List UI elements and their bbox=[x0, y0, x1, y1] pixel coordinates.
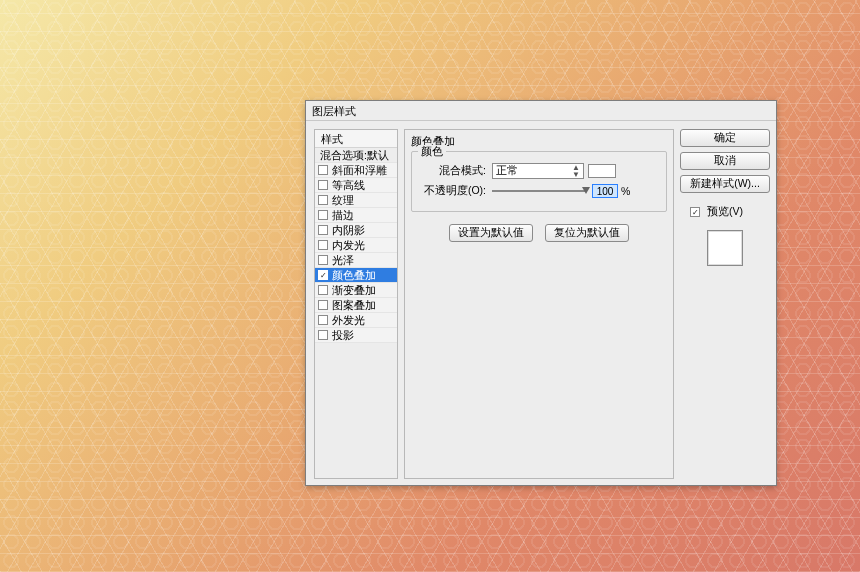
preview-checkbox[interactable] bbox=[690, 207, 700, 217]
preview-label: 预览(V) bbox=[707, 205, 743, 219]
styles-header[interactable]: 样式 bbox=[315, 130, 397, 148]
style-label: 颜色叠加 bbox=[332, 268, 376, 283]
style-label: 内发光 bbox=[332, 238, 365, 253]
style-label: 纹理 bbox=[332, 193, 354, 208]
style-checkbox[interactable] bbox=[318, 165, 328, 175]
opacity-slider[interactable] bbox=[492, 190, 587, 192]
style-checkbox[interactable] bbox=[318, 300, 328, 310]
blend-mode-value: 正常 bbox=[496, 164, 518, 178]
blending-options-row[interactable]: 混合选项:默认 bbox=[315, 148, 397, 163]
blend-mode-select[interactable]: 正常 ▲▼ bbox=[492, 163, 584, 179]
effect-title: 颜色叠加 bbox=[411, 134, 667, 149]
blend-mode-label: 混合模式: bbox=[418, 164, 486, 178]
style-row[interactable]: 内阴影 bbox=[315, 223, 397, 238]
opacity-slider-thumb[interactable] bbox=[582, 187, 590, 194]
blend-mode-row: 混合模式: 正常 ▲▼ bbox=[418, 163, 660, 179]
ok-button[interactable]: 确定 bbox=[680, 129, 770, 147]
dialog-body: 样式 混合选项:默认 斜面和浮雕等高线纹理描边内阴影内发光光泽颜色叠加渐变叠加图… bbox=[312, 121, 770, 479]
style-row[interactable]: 等高线 bbox=[315, 178, 397, 193]
opacity-unit: % bbox=[621, 185, 630, 197]
style-checkbox[interactable] bbox=[318, 225, 328, 235]
style-row[interactable]: 描边 bbox=[315, 208, 397, 223]
style-checkbox[interactable] bbox=[318, 270, 328, 280]
layer-style-dialog: 图层样式 样式 混合选项:默认 斜面和浮雕等高线纹理描边内阴影内发光光泽颜色叠加… bbox=[305, 100, 777, 486]
style-row[interactable]: 图案叠加 bbox=[315, 298, 397, 313]
dialog-title: 图层样式 bbox=[306, 101, 776, 121]
style-checkbox[interactable] bbox=[318, 180, 328, 190]
style-checkbox[interactable] bbox=[318, 315, 328, 325]
style-row[interactable]: 颜色叠加 bbox=[315, 268, 397, 283]
reset-default-button[interactable]: 复位为默认值 bbox=[545, 224, 629, 242]
style-label: 内阴影 bbox=[332, 223, 365, 238]
cancel-button[interactable]: 取消 bbox=[680, 152, 770, 170]
preview-row: 预览(V) bbox=[690, 205, 770, 219]
style-label: 渐变叠加 bbox=[332, 283, 376, 298]
make-default-button[interactable]: 设置为默认值 bbox=[449, 224, 533, 242]
style-row[interactable]: 渐变叠加 bbox=[315, 283, 397, 298]
style-label: 等高线 bbox=[332, 178, 365, 193]
color-group-legend: 颜色 bbox=[418, 145, 446, 159]
style-checkbox[interactable] bbox=[318, 195, 328, 205]
style-label: 描边 bbox=[332, 208, 354, 223]
select-arrows-icon: ▲▼ bbox=[572, 164, 580, 178]
style-label: 光泽 bbox=[332, 253, 354, 268]
style-row[interactable]: 斜面和浮雕 bbox=[315, 163, 397, 178]
blending-options-label: 混合选项:默认 bbox=[320, 148, 389, 163]
style-row[interactable]: 内发光 bbox=[315, 238, 397, 253]
new-style-button[interactable]: 新建样式(W)... bbox=[680, 175, 770, 193]
style-checkbox[interactable] bbox=[318, 330, 328, 340]
preview-swatch bbox=[707, 230, 743, 266]
dialog-side-buttons: 确定 取消 新建样式(W)... 预览(V) bbox=[680, 129, 770, 266]
opacity-input[interactable] bbox=[592, 184, 618, 198]
color-swatch[interactable] bbox=[588, 164, 616, 178]
opacity-row: 不透明度(O): % bbox=[418, 184, 660, 198]
style-row[interactable]: 光泽 bbox=[315, 253, 397, 268]
styles-list-panel: 样式 混合选项:默认 斜面和浮雕等高线纹理描边内阴影内发光光泽颜色叠加渐变叠加图… bbox=[314, 129, 398, 479]
style-row[interactable]: 投影 bbox=[315, 328, 397, 343]
style-label: 图案叠加 bbox=[332, 298, 376, 313]
style-checkbox[interactable] bbox=[318, 285, 328, 295]
opacity-label: 不透明度(O): bbox=[418, 184, 486, 198]
style-checkbox[interactable] bbox=[318, 255, 328, 265]
style-label: 投影 bbox=[332, 328, 354, 343]
style-row[interactable]: 外发光 bbox=[315, 313, 397, 328]
style-label: 外发光 bbox=[332, 313, 365, 328]
style-checkbox[interactable] bbox=[318, 240, 328, 250]
style-checkbox[interactable] bbox=[318, 210, 328, 220]
style-label: 斜面和浮雕 bbox=[332, 163, 387, 178]
style-row[interactable]: 纹理 bbox=[315, 193, 397, 208]
effect-settings-panel: 颜色叠加 颜色 混合模式: 正常 ▲▼ 不透明度(O): bbox=[404, 129, 674, 479]
color-group: 颜色 混合模式: 正常 ▲▼ 不透明度(O): % bbox=[411, 151, 667, 212]
default-buttons-row: 设置为默认值 复位为默认值 bbox=[411, 224, 667, 242]
